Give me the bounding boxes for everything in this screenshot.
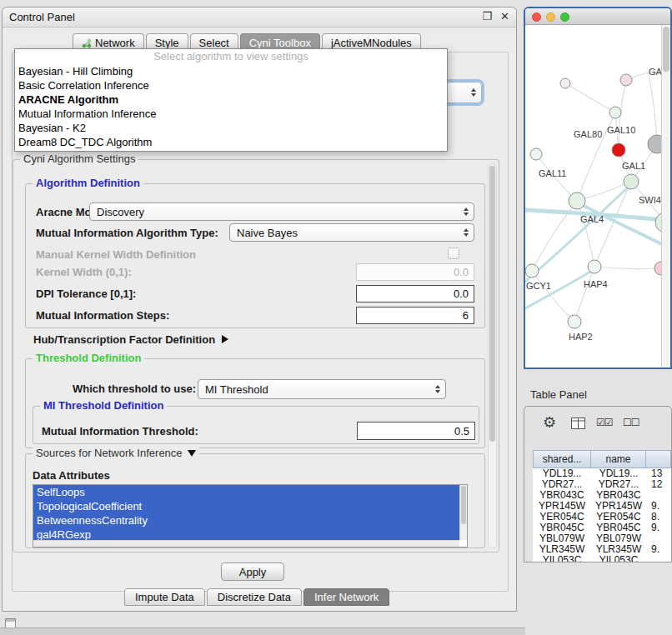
table-cell[interactable]: 12 bbox=[646, 479, 671, 490]
network-canvas[interactable]: GAL10GAL80GAL11GAL8GAL1SWI4GAL4GCY1HAP4Y… bbox=[525, 25, 661, 368]
network-node[interactable] bbox=[569, 192, 585, 209]
float-window-icon[interactable]: ❐ bbox=[482, 10, 492, 22]
dropdown-item-selected[interactable]: ARACNE Algorithm bbox=[15, 92, 447, 107]
table-cell[interactable]: YLR345W bbox=[533, 544, 591, 555]
network-window-titlebar[interactable] bbox=[525, 8, 670, 25]
dropdown-item[interactable]: Dream8 DC_TDC Algorithm bbox=[15, 135, 447, 149]
network-edge[interactable] bbox=[565, 83, 615, 112]
kernel-width-input[interactable] bbox=[356, 263, 474, 281]
attribute-item-selected[interactable]: SelfLoops bbox=[33, 485, 459, 499]
table-cell[interactable]: 13 bbox=[646, 468, 671, 479]
attribute-item-selected[interactable]: TopologicalCoefficient bbox=[33, 499, 459, 513]
close-window-icon[interactable]: ✕ bbox=[500, 10, 509, 22]
hub-definition-expander[interactable]: Hub/Transcription Factor Definition bbox=[33, 332, 228, 347]
scrollbar-thumb[interactable] bbox=[489, 166, 495, 442]
control-panel-titlebar[interactable]: Control Panel ❐ ✕ bbox=[3, 8, 516, 28]
aracne-mode-combobox[interactable]: Discovery bbox=[89, 202, 474, 221]
table-row[interactable]: YIL053CYIL053C bbox=[533, 555, 671, 562]
network-node[interactable] bbox=[588, 260, 601, 273]
table-row[interactable]: YDL19...YDL19...13 bbox=[533, 468, 671, 479]
table-row[interactable]: YBR045CYBR045C9. bbox=[533, 522, 671, 533]
network-node[interactable] bbox=[655, 212, 661, 232]
network-node[interactable] bbox=[530, 148, 542, 160]
scrollbar-thumb[interactable] bbox=[461, 486, 466, 524]
table-cell[interactable]: YDL19... bbox=[533, 468, 591, 479]
table-row[interactable]: YLR345WYLR345W9. bbox=[533, 544, 671, 555]
table-cell[interactable]: YBR043C bbox=[591, 490, 646, 501]
table-cell[interactable]: YIL053C bbox=[533, 555, 591, 562]
table-cell[interactable]: 9. bbox=[646, 501, 671, 512]
mi-steps-input[interactable] bbox=[356, 307, 474, 324]
tab-infer-network[interactable]: Infer Network bbox=[303, 588, 389, 606]
close-traffic-light-icon[interactable] bbox=[532, 12, 541, 22]
columns-icon[interactable] bbox=[571, 418, 585, 429]
network-vertical-scrollbar[interactable] bbox=[661, 25, 670, 368]
dropdown-item[interactable]: Basic Correlation Inference bbox=[15, 78, 447, 92]
tab-discretize-data[interactable]: Discretize Data bbox=[207, 588, 302, 606]
table-cell[interactable]: YLR345W bbox=[591, 544, 646, 555]
network-edge[interactable] bbox=[532, 271, 574, 322]
which-threshold-combobox[interactable]: MI Threshold bbox=[198, 379, 446, 399]
network-node[interactable] bbox=[568, 315, 581, 328]
network-node[interactable] bbox=[525, 264, 539, 278]
table-row[interactable]: YBR043CYBR043C bbox=[533, 490, 671, 501]
column-header[interactable] bbox=[646, 450, 671, 468]
mi-threshold-input[interactable] bbox=[357, 422, 475, 440]
table-cell[interactable]: YBL079W bbox=[533, 533, 591, 544]
network-edge[interactable] bbox=[594, 182, 631, 267]
network-node[interactable] bbox=[612, 143, 625, 157]
network-node[interactable] bbox=[620, 74, 632, 86]
table-cell[interactable]: YBL079W bbox=[591, 533, 646, 544]
table-cell[interactable]: YBR045C bbox=[591, 522, 646, 533]
table-row[interactable]: YBL079WYBL079W bbox=[533, 533, 671, 544]
minimize-traffic-light-icon[interactable] bbox=[546, 12, 555, 22]
network-edge[interactable] bbox=[649, 73, 657, 144]
select-all-rows-icon[interactable]: ☑☑ bbox=[596, 417, 613, 428]
table-cell[interactable]: 8. bbox=[646, 512, 671, 522]
attribute-item-selected[interactable]: BetweennessCentrality bbox=[33, 513, 459, 528]
zoom-traffic-light-icon[interactable] bbox=[560, 12, 569, 22]
network-node[interactable] bbox=[654, 262, 661, 275]
data-attributes-list[interactable]: SelfLoops TopologicalCoefficient Between… bbox=[33, 484, 468, 548]
table-row[interactable]: YPR145WYPR145W9. bbox=[533, 501, 671, 512]
mi-type-combobox[interactable]: Naive Bayes bbox=[229, 223, 474, 242]
table-cell[interactable] bbox=[646, 555, 671, 562]
table-cell[interactable]: YBR043C bbox=[533, 490, 591, 501]
table-cell[interactable]: YDL19... bbox=[591, 468, 646, 479]
table-cell[interactable]: YER054C bbox=[591, 512, 646, 522]
dpi-tolerance-input[interactable] bbox=[356, 285, 474, 302]
table-cell[interactable]: YDR27... bbox=[591, 479, 646, 490]
deselect-all-rows-icon[interactable]: ☐☐ bbox=[623, 417, 639, 428]
manual-kernel-checkbox[interactable] bbox=[448, 248, 459, 259]
network-edge[interactable] bbox=[594, 267, 661, 269]
table-row[interactable]: YDR27...YDR27...12 bbox=[533, 479, 671, 490]
table-cell[interactable]: YIL053C bbox=[591, 555, 646, 562]
table-cell[interactable] bbox=[646, 533, 671, 544]
dropdown-item[interactable]: Bayesian - K2 bbox=[15, 121, 447, 135]
gear-icon[interactable]: ⚙ bbox=[543, 413, 556, 432]
table-cell[interactable]: YPR145W bbox=[533, 501, 591, 512]
attribute-list-hscrollbar[interactable] bbox=[33, 540, 459, 547]
table-row[interactable]: YER054CYER054C8. bbox=[533, 512, 671, 522]
network-node[interactable] bbox=[560, 78, 570, 88]
sources-expander[interactable]: Sources for Network Inference bbox=[33, 447, 199, 459]
settings-scrollbar[interactable] bbox=[488, 163, 497, 548]
network-node[interactable] bbox=[624, 174, 639, 189]
network-node[interactable] bbox=[609, 107, 621, 118]
network-node[interactable] bbox=[648, 135, 661, 153]
scrollbar-thumb[interactable] bbox=[663, 27, 669, 72]
column-header[interactable]: name bbox=[591, 450, 646, 468]
apply-button[interactable]: Apply bbox=[221, 562, 284, 581]
table-cell[interactable]: 9. bbox=[646, 544, 671, 555]
tab-impute-data[interactable]: Impute Data bbox=[124, 588, 205, 606]
dropdown-item[interactable]: Bayesian - Hill Climbing bbox=[15, 64, 447, 78]
table-cell[interactable] bbox=[646, 490, 671, 501]
table-cell[interactable]: YBR045C bbox=[533, 522, 591, 533]
dropdown-item[interactable]: Mutual Information Inference bbox=[15, 107, 447, 121]
attribute-list-scrollbar[interactable] bbox=[459, 485, 467, 540]
table-cell[interactable]: 9. bbox=[646, 522, 671, 533]
table-cell[interactable]: YER054C bbox=[533, 512, 591, 522]
table-cell[interactable]: YPR145W bbox=[591, 501, 646, 512]
table-cell[interactable]: YDR27... bbox=[533, 479, 591, 490]
column-header[interactable]: shared... bbox=[533, 450, 591, 468]
